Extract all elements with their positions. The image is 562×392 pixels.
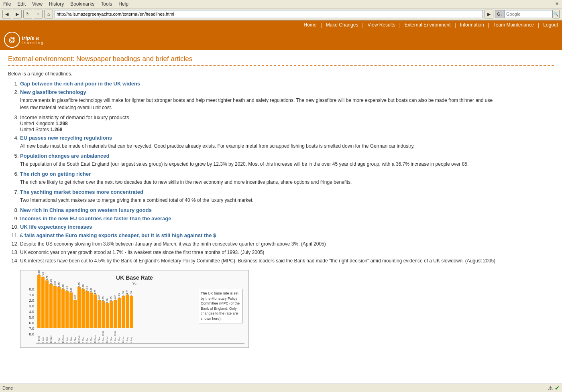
bar-label: 8 Nov [98, 328, 100, 343]
bar-value: 5.50 [82, 284, 84, 289]
nav-information[interactable]: Information [460, 22, 484, 28]
home-button[interactable]: ⌂ [44, 10, 53, 18]
bar-group: 3.756 Feb 2003 [102, 297, 105, 343]
main-content: External environment: Newspaper headings… [0, 50, 562, 356]
headline-9-link[interactable]: Incomes in the new EU countries rise fas… [20, 215, 171, 221]
bar-label: 8 Oct [46, 328, 48, 343]
nav-external-env[interactable]: External Environment [405, 22, 451, 28]
headline-8-link[interactable]: New rich in China spending on western lu… [20, 207, 152, 213]
bar-value: 4.00 [114, 295, 116, 300]
headline-2-link[interactable]: New glassfibre technology [20, 89, 86, 95]
menu-bookmarks[interactable]: Bookmarks [70, 1, 94, 7]
headline-5-link[interactable]: Population changes are unbalanced [20, 153, 110, 159]
bar [94, 295, 97, 328]
bar-label: 6 Jun [42, 328, 44, 343]
bar-group: 5.754 Apr [57, 282, 61, 343]
bar-group: 4.255 May [118, 293, 121, 343]
bar-group: 4.7510 May [94, 290, 97, 343]
toolbar: ◀ ▶ ↻ ✕ ⌂ ▶ G↓ 🔍 [0, 8, 562, 20]
bar [130, 296, 133, 328]
menu-edit[interactable]: Edit [17, 1, 26, 7]
address-input[interactable] [55, 10, 483, 18]
bar-value: 4.75 [94, 290, 96, 295]
back-button[interactable]: ◀ [2, 10, 11, 18]
headline-2-body: Improvements in glassfibre technology wi… [20, 97, 502, 111]
bar-label: 10 Jul [106, 328, 108, 343]
nav-make-changes[interactable]: Make Changes [326, 22, 358, 28]
menu-history[interactable]: History [49, 1, 64, 7]
bar-value: 5.25 [86, 286, 88, 291]
headline-11-link[interactable]: £ falls against the Euro making exports … [20, 232, 216, 238]
bar-value: 5.50 [62, 284, 64, 289]
search-input[interactable] [504, 10, 552, 18]
income-uk: United Kingdom 1.298 [20, 121, 554, 126]
bar [86, 291, 89, 328]
menu-view[interactable]: View [32, 1, 43, 7]
bar-value: 4.75 [126, 290, 128, 295]
refresh-button[interactable]: ↻ [23, 10, 32, 18]
bar-group: 4.5010 Jun [122, 291, 125, 343]
list-item: UK economic year on year growth stood at… [20, 249, 554, 255]
bar-value: 4.50 [122, 291, 124, 296]
bar [81, 289, 85, 328]
search-box: G↓ 🔍 [495, 10, 560, 18]
bar-label: 6 Nov [110, 328, 112, 343]
bar-value: 4.00 [74, 295, 76, 300]
headline-7-link[interactable]: The yachting market becomes more concent… [20, 189, 143, 195]
bar [110, 301, 113, 328]
nav-home[interactable]: Home [304, 22, 317, 28]
menu-help[interactable]: Help [118, 1, 128, 7]
bar-value: 5.75 [58, 282, 60, 287]
headline-5-body: The population of the South East England… [20, 160, 502, 168]
bar-label: 5 Feb 2004 [114, 328, 116, 343]
bar [90, 292, 93, 328]
bar-label: 5 Nov [74, 328, 76, 343]
menu-tools[interactable]: Tools [101, 1, 112, 7]
bar-label: 4 Sep [70, 328, 72, 343]
bar-group: 4.504 Aug [130, 291, 133, 343]
headline-4-link[interactable]: EU passes new recycling regulations [20, 135, 112, 141]
bar-group: 5.255 Apr [86, 286, 89, 343]
bar-label: 10 May [94, 328, 96, 343]
search-go-button[interactable]: 🔍 [552, 10, 560, 18]
bar-label: 5 May [118, 328, 120, 343]
site-navigation: Home | Make Changes | View Results | Ext… [0, 20, 562, 29]
go-button[interactable]: ▶ [485, 10, 493, 18]
headline-10-link[interactable]: UK life expectancy increases [20, 224, 92, 230]
bar-value: 4.25 [118, 293, 120, 298]
nav-view-results[interactable]: View Results [368, 22, 395, 28]
bar [122, 296, 125, 328]
bar [106, 303, 109, 328]
bar [98, 300, 101, 328]
window-close[interactable]: ✕ [555, 1, 559, 7]
bar-group: 3.5010 Jul [106, 299, 109, 343]
bar-value: 3.50 [106, 299, 108, 303]
headline-3-text: Income elasticity of demand for luxury p… [20, 114, 129, 120]
menu-file[interactable]: File [3, 1, 11, 7]
page-title: External environment: Newspaper headings… [8, 55, 554, 63]
headline-6-link[interactable]: The rich go on getting richer [20, 171, 91, 177]
bar-group: 5.004 May [90, 288, 93, 343]
nav-logout[interactable]: Logout [543, 22, 558, 28]
headlines-list: Gap between the rich and poor in the UK … [8, 81, 554, 264]
list-item: The rich go on getting richer The rich a… [20, 171, 554, 186]
forward-button[interactable]: ▶ [13, 10, 22, 18]
bar-label: 6 Feb 2003 [102, 328, 104, 343]
income-us: United States 1.268 [20, 127, 554, 132]
address-bar: ▶ [55, 10, 493, 18]
bar-label: 4 1998 [38, 328, 40, 343]
divider [8, 65, 554, 66]
bar [114, 300, 117, 328]
bar-label: 5 Apr [86, 328, 88, 343]
bar-label: 4 May [90, 328, 92, 343]
stop-button[interactable]: ✕ [34, 10, 43, 18]
bar [41, 277, 45, 328]
headline-6-body: The rich are likely to get richer over t… [20, 179, 502, 186]
headline-1-link[interactable]: Gap between the rich and poor in the UK … [20, 81, 140, 87]
list-item: New glassfibre technology Improvements i… [20, 89, 554, 111]
nav-team-maintenance[interactable]: Team Maintenance [493, 22, 534, 28]
bar-value: 7.25 [42, 272, 44, 277]
bar [37, 275, 41, 328]
chart-inner: 8.0 7.0 6.0 5.0 4.0 3.0 2.0 1.0 0.0 The … [24, 287, 244, 343]
headline-14-text: UK interest rates have been cut to 4.5% … [20, 258, 495, 264]
